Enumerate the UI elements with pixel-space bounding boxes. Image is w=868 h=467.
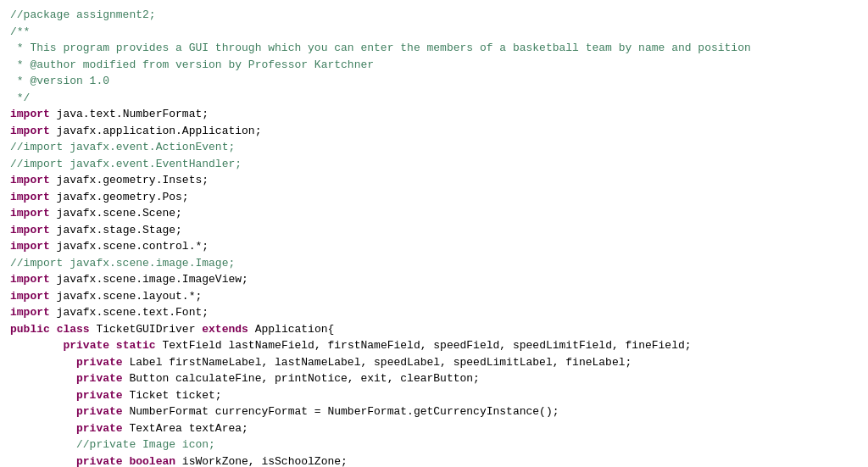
code-line: //package assignment2; — [10, 7, 858, 24]
code-line: import javafx.scene.image.ImageView; — [10, 271, 858, 288]
code-line: private NumberFormat currencyFormat = Nu… — [10, 403, 858, 420]
code-line: private Label firstNameLabel, lastNameLa… — [10, 354, 858, 371]
code-line: import javafx.scene.Scene; — [10, 205, 858, 222]
code-line: import javafx.scene.control.*; — [10, 238, 858, 255]
code-line: /** — [10, 24, 858, 41]
code-line: public class TicketGUIDriver extends App… — [10, 321, 858, 338]
code-line: //import javafx.scene.image.Image; — [10, 255, 858, 272]
code-line: * This program provides a GUI through wh… — [10, 40, 858, 57]
code-editor: //package assignment2;/** * This program… — [0, 0, 868, 467]
code-line: private TextArea textArea; — [10, 420, 858, 437]
code-line: import javafx.stage.Stage; — [10, 222, 858, 239]
code-line: import javafx.scene.layout.*; — [10, 288, 858, 305]
code-line: import javafx.geometry.Insets; — [10, 172, 858, 189]
code-line: //private Image icon; — [10, 436, 858, 453]
code-line: private Button calculateFine, printNotic… — [10, 370, 858, 387]
code-line: * @version 1.0 — [10, 73, 858, 90]
code-line: private static TextField lastNameField, … — [10, 337, 858, 354]
code-line: import java.text.NumberFormat; — [10, 106, 858, 123]
code-line: import javafx.geometry.Pos; — [10, 189, 858, 206]
code-line: import javafx.application.Application; — [10, 123, 858, 140]
code-line: */ — [10, 90, 858, 107]
code-line: private boolean isWorkZone, isSchoolZone… — [10, 453, 858, 468]
code-line: import javafx.scene.text.Font; — [10, 304, 858, 321]
code-line: * @author modified from version by Profe… — [10, 57, 858, 74]
code-line: private Ticket ticket; — [10, 387, 858, 404]
code-line: //import javafx.event.ActionEvent; — [10, 139, 858, 156]
code-line: //import javafx.event.EventHandler; — [10, 156, 858, 173]
